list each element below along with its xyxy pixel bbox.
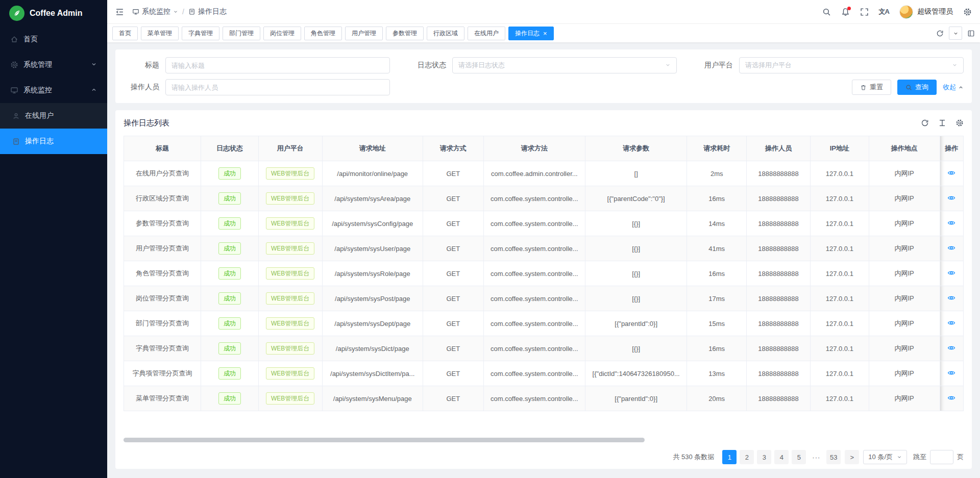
refresh-icon[interactable] xyxy=(921,119,929,127)
page-button-5[interactable]: 5 xyxy=(792,450,806,464)
view-detail-eye-icon[interactable] xyxy=(947,269,955,277)
tab-item-8[interactable]: 行政区域 xyxy=(427,27,464,40)
sidebar-item-label: 系统管理 xyxy=(23,60,52,69)
cell-ip: 127.0.0.1 xyxy=(810,186,869,211)
layout-icon[interactable] xyxy=(967,30,975,37)
tab-item-5[interactable]: 角色管理 xyxy=(304,27,342,40)
cell-status: 成功 xyxy=(201,261,259,286)
filter-platform-field: 用户平台 请选择用户平台 xyxy=(697,57,964,73)
density-icon[interactable] xyxy=(938,119,946,127)
tab-item-4[interactable]: 岗位管理 xyxy=(263,27,301,40)
cell-method: GET xyxy=(423,386,483,411)
page-button-4[interactable]: 4 xyxy=(774,450,789,464)
view-detail-eye-icon[interactable] xyxy=(947,194,955,202)
cell-url: /api/system/sysUser/page xyxy=(322,236,423,261)
tab-item-1[interactable]: 菜单管理 xyxy=(141,27,179,40)
view-detail-eye-icon[interactable] xyxy=(947,219,955,227)
table-body: 在线用户分页查询成功WEB管理后台/api/monitor/online/pag… xyxy=(124,161,964,411)
cell-ip: 127.0.0.1 xyxy=(810,161,869,186)
view-detail-eye-icon[interactable] xyxy=(947,319,955,327)
view-detail-eye-icon[interactable] xyxy=(947,344,955,352)
breadcrumb-label: 系统监控 xyxy=(142,7,170,16)
cell-platform: WEB管理后台 xyxy=(258,386,322,411)
search-icon[interactable] xyxy=(822,8,831,16)
page-button-1[interactable]: 1 xyxy=(722,450,737,464)
view-detail-eye-icon[interactable] xyxy=(947,244,955,252)
cell-url: /api/monitor/online/page xyxy=(322,161,423,186)
status-badge: 成功 xyxy=(218,167,241,180)
column-header: 请求耗时 xyxy=(687,136,747,161)
cell-location: 内网IP xyxy=(869,211,940,236)
app-logo: Coffee Admin xyxy=(0,0,107,27)
refresh-icon[interactable] xyxy=(936,30,944,37)
translate-icon[interactable]: 文A xyxy=(879,7,889,16)
page-button-3[interactable]: 3 xyxy=(757,450,771,464)
tab-item-2[interactable]: 字典管理 xyxy=(182,27,219,40)
tab-item-3[interactable]: 部门管理 xyxy=(223,27,260,40)
fullscreen-icon[interactable] xyxy=(860,8,869,16)
cell-operator: 18888888888 xyxy=(747,161,811,186)
cell-status: 成功 xyxy=(201,161,259,186)
cell-duration: 16ms xyxy=(687,186,747,211)
sidebar-item-operation-log[interactable]: 操作日志 xyxy=(0,129,107,154)
tab-item-0[interactable]: 首页 xyxy=(112,27,138,40)
operator-input[interactable] xyxy=(165,79,390,95)
tab-item-7[interactable]: 参数管理 xyxy=(386,27,424,40)
sidebar-item-system-monitor[interactable]: 系统监控 xyxy=(0,78,107,103)
breadcrumb-label: 操作日志 xyxy=(198,7,227,16)
status-badge: 成功 xyxy=(218,317,241,330)
title-input[interactable] xyxy=(165,57,390,73)
cell-title: 用户管理分页查询 xyxy=(124,236,201,261)
platform-badge: WEB管理后台 xyxy=(266,392,314,405)
log-table-card: 操作日志列表 标题日志 xyxy=(115,110,972,469)
fold-sidebar-icon[interactable] xyxy=(115,8,124,16)
next-page-button[interactable]: > xyxy=(845,450,859,464)
jump-page-input[interactable] xyxy=(930,450,953,464)
search-button[interactable]: 查询 xyxy=(897,80,937,95)
status-badge: 成功 xyxy=(218,367,241,380)
sidebar-item-online-users[interactable]: 在线用户 xyxy=(0,103,107,129)
page-size-select[interactable]: 10 条/页 xyxy=(863,450,907,464)
user-menu[interactable]: 超级管理员 xyxy=(899,5,953,19)
chevron-down-icon[interactable] xyxy=(949,27,962,40)
table-tools xyxy=(921,119,964,127)
status-badge: 成功 xyxy=(218,342,241,355)
tab-list: 首页菜单管理字典管理部门管理岗位管理角色管理用户管理参数管理行政区域在线用户操作… xyxy=(112,27,931,40)
view-detail-eye-icon[interactable] xyxy=(947,169,955,177)
cell-operator: 18888888888 xyxy=(747,311,811,336)
cell-action xyxy=(940,261,963,286)
platform-badge: WEB管理后台 xyxy=(266,342,314,355)
cell-params: [{"parentCode":"0"}] xyxy=(585,186,687,211)
view-detail-eye-icon[interactable] xyxy=(947,394,955,402)
cell-url: /api/system/sysArea/page xyxy=(322,186,423,211)
collapse-filter-link[interactable]: 收起 xyxy=(943,83,964,92)
user-platform-select[interactable]: 请选择用户平台 xyxy=(739,57,964,73)
cell-method: GET xyxy=(423,286,483,311)
reset-button[interactable]: 重置 xyxy=(852,80,891,95)
view-detail-eye-icon[interactable] xyxy=(947,294,955,302)
tab-item-6[interactable]: 用户管理 xyxy=(345,27,383,40)
app-root: Coffee Admin 首页 系统管理 系统监控 在线用户 xyxy=(0,0,980,478)
log-status-select[interactable]: 请选择日志状态 xyxy=(452,57,677,73)
cell-method: GET xyxy=(423,161,483,186)
page-ellipsis[interactable]: ··· xyxy=(809,450,823,464)
bell-icon[interactable] xyxy=(841,8,850,16)
status-badge: 成功 xyxy=(218,267,241,280)
page-button-2[interactable]: 2 xyxy=(740,450,754,464)
close-icon[interactable]: × xyxy=(543,30,547,37)
page-button-53[interactable]: 53 xyxy=(826,450,841,464)
gear-icon[interactable] xyxy=(963,8,972,16)
scrollbar-thumb[interactable] xyxy=(124,438,645,442)
breadcrumb-item-system-monitor[interactable]: 系统监控 xyxy=(132,7,178,16)
sidebar: Coffee Admin 首页 系统管理 系统监控 在线用户 xyxy=(0,0,107,478)
cell-method: GET xyxy=(423,236,483,261)
breadcrumb-item-operation-log[interactable]: 操作日志 xyxy=(188,7,227,16)
cell-func: com.coffee.system.controlle... xyxy=(483,386,585,411)
view-detail-eye-icon[interactable] xyxy=(947,369,955,377)
tab-item-10[interactable]: 操作日志× xyxy=(508,27,554,40)
sidebar-item-home[interactable]: 首页 xyxy=(0,27,107,52)
sidebar-item-system-management[interactable]: 系统管理 xyxy=(0,52,107,78)
tab-item-9[interactable]: 在线用户 xyxy=(468,27,505,40)
gear-icon[interactable] xyxy=(955,119,964,127)
chevron-down-icon xyxy=(897,455,902,460)
